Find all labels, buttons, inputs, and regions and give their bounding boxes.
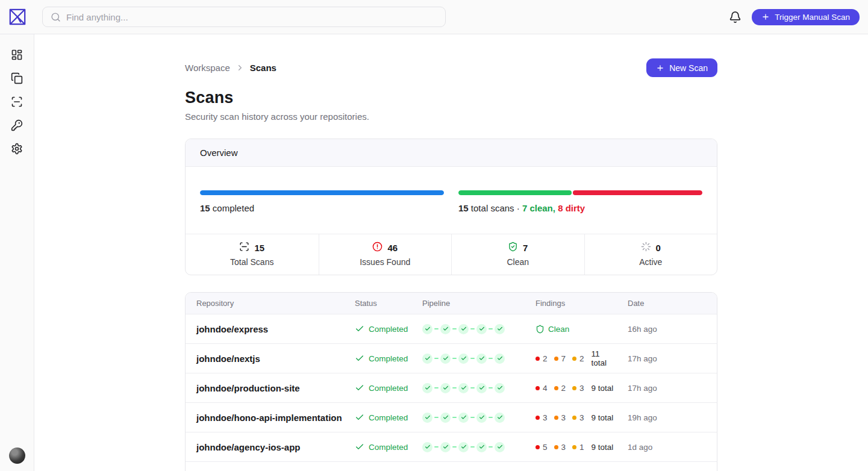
pipeline-step-check (495, 442, 505, 452)
overview-card-header: Overview (186, 139, 717, 167)
sidebar-item-scans[interactable] (11, 96, 23, 108)
check-icon (443, 355, 449, 361)
pipeline-connector (470, 387, 475, 388)
pipeline-step-check (458, 413, 469, 423)
check-icon (479, 385, 485, 391)
sidebar-item-keys[interactable] (11, 119, 23, 131)
check-icon (443, 326, 449, 332)
table-row[interactable]: johndoe/hono-api-implementationCompleted… (186, 403, 717, 432)
repo-name[interactable]: johndoe/production-site (186, 383, 344, 393)
medium-dot (572, 416, 576, 420)
col-date: Date (617, 299, 717, 308)
scans-table-card: Repository Status Pipeline Findings Date… (185, 292, 717, 471)
pipeline (411, 383, 525, 393)
pipeline-connector (434, 328, 439, 329)
scan-date: 17h ago (617, 354, 717, 363)
stat-value: 7 (523, 243, 528, 253)
user-avatar[interactable] (9, 448, 25, 464)
pipeline-connector (489, 328, 493, 329)
check-icon (443, 414, 449, 420)
medium-count: 3 (572, 384, 584, 393)
loader-icon (641, 242, 651, 252)
scan-date: 16h ago (617, 325, 717, 334)
high-dot (554, 357, 558, 361)
check-icon (355, 324, 364, 334)
critical-count: 5 (535, 443, 548, 452)
app-logo[interactable] (0, 8, 34, 26)
stat-value: 46 (387, 243, 398, 253)
high-dot (554, 386, 558, 390)
findings: Clean (525, 325, 617, 334)
pipeline-connector (489, 387, 493, 388)
pipeline-step-check (422, 354, 432, 364)
pipeline-connector (470, 446, 475, 448)
pipeline-connector (452, 446, 457, 448)
status-badge: Completed (355, 442, 411, 452)
check-icon (355, 383, 364, 393)
trigger-manual-scan-label: Trigger Manual Scan (775, 13, 850, 22)
findings: 3339 total (525, 413, 617, 422)
col-status: Status (344, 299, 411, 308)
table-row[interactable]: johndoe/expressCompletedClean16h ago (186, 314, 717, 344)
sidebar-item-repositories[interactable] (11, 72, 23, 84)
repo-name[interactable]: johndoe/hono-api-implementation (186, 413, 344, 423)
check-icon (425, 414, 431, 420)
pipeline-step-check (495, 383, 505, 393)
new-scan-button[interactable]: New Scan (646, 58, 717, 77)
scans-icon (11, 96, 23, 108)
check-icon (425, 326, 431, 332)
pipeline (411, 324, 525, 334)
repo-name[interactable]: johndoe/express (186, 324, 344, 334)
check-icon (461, 385, 467, 391)
scan-date: 17h ago (617, 384, 717, 393)
check-icon (461, 326, 467, 332)
status-badge: Completed (355, 354, 411, 363)
stat-active: 0 Active (584, 234, 717, 275)
scan-icon (239, 242, 249, 252)
pipeline-connector (434, 417, 439, 418)
check-icon (355, 354, 364, 363)
col-pipeline: Pipeline (411, 299, 525, 308)
check-icon (355, 413, 364, 422)
critical-count: 4 (535, 384, 548, 393)
check-icon (425, 444, 431, 450)
critical-dot (535, 416, 540, 420)
pipeline-step-check (458, 324, 469, 334)
sidebar-item-dashboard[interactable] (11, 49, 23, 61)
pipeline-step-check (458, 354, 469, 364)
pipeline-step-check (422, 324, 432, 334)
table-row[interactable]: johndoe/nextjsCompleted27211 total17h ag… (186, 344, 717, 373)
pipeline-connector (470, 417, 475, 418)
table-row[interactable]: johndoe/production-siteCompleted4239 tot… (186, 373, 717, 403)
findings: 4239 total (525, 384, 617, 393)
search-placeholder: Find anything... (66, 12, 128, 22)
high-dot (554, 416, 558, 420)
pipeline (411, 354, 525, 364)
medium-count: 1 (572, 443, 584, 452)
sidebar-item-settings[interactable] (11, 143, 23, 155)
notifications-bell-icon[interactable] (729, 11, 742, 23)
trigger-manual-scan-button[interactable]: Trigger Manual Scan (752, 9, 860, 25)
table-row[interactable]: johndoe/agency-ios-appCompleted5319 tota… (186, 432, 717, 462)
page-title: Scans (185, 89, 717, 107)
repo-name[interactable]: johndoe/nextjs (186, 354, 344, 364)
check-icon (479, 414, 485, 420)
critical-dot (535, 445, 540, 449)
shield-check-icon (508, 242, 518, 252)
pipeline-step-check (476, 442, 487, 452)
pipeline-step-check (476, 354, 487, 364)
pipeline-step-check (476, 413, 487, 423)
sidebar (0, 34, 34, 471)
pipeline-step-check (422, 442, 432, 452)
breadcrumb-workspace[interactable]: Workspace (185, 63, 230, 73)
breadcrumb: Workspace Scans (185, 63, 276, 73)
pipeline-connector (489, 446, 493, 448)
medium-count: 2 (572, 354, 584, 363)
breadcrumb-scans: Scans (250, 63, 276, 73)
search-input[interactable]: Find anything... (42, 7, 446, 27)
check-icon (425, 355, 431, 361)
completed-progress: 15 completed (200, 190, 444, 213)
pipeline-connector (434, 358, 439, 359)
repo-name[interactable]: johndoe/agency-ios-app (186, 442, 344, 452)
status-badge: Completed (355, 383, 411, 393)
